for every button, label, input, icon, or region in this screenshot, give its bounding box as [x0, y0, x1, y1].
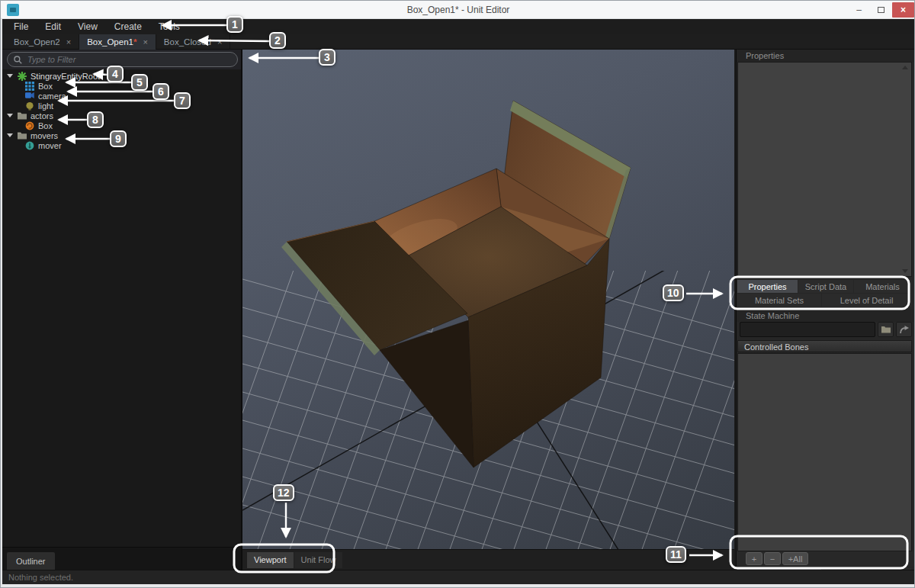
tab-close-icon[interactable]: ×	[217, 37, 222, 47]
expander-icon[interactable]	[7, 114, 13, 117]
menu-edit[interactable]: Edit	[37, 19, 69, 34]
outliner-tab-strip: Outliner	[2, 547, 241, 570]
dirty-indicator: *	[133, 37, 136, 47]
tree-item-label: Box	[38, 121, 53, 130]
tab-script-data[interactable]: Script Data	[798, 280, 853, 293]
doc-tab-label: Box_Closed	[164, 37, 211, 47]
search-icon	[14, 56, 22, 64]
tree-item-label: light	[38, 101, 53, 111]
property-category-tabs-row1: Properties Script Data Materials	[737, 280, 911, 293]
tree-item-label: movers	[30, 131, 58, 140]
tree-item-label: Box	[38, 82, 53, 91]
cardboard-box-model	[281, 101, 631, 468]
add-bone-button[interactable]: +	[746, 552, 762, 565]
tree-stingray-entity-root[interactable]: StingrayEntityRoot	[7, 71, 100, 81]
doc-tab-box-closed[interactable]: Box_Closed ×	[156, 34, 230, 50]
tree-item-label: camera	[38, 92, 66, 101]
menu-file[interactable]: File	[5, 19, 37, 34]
status-bar: Nothing selected.	[2, 570, 914, 584]
apply-button[interactable]	[896, 322, 912, 337]
maximize-icon	[878, 7, 884, 13]
close-button[interactable]: ×	[892, 2, 914, 18]
mover-icon	[25, 141, 34, 150]
actor-icon	[25, 121, 34, 130]
scene-3d	[242, 50, 734, 549]
viewport-tab-bar: Viewport Unit Flow	[242, 549, 734, 570]
menu-create[interactable]: Create	[106, 19, 150, 34]
viewport-panel: Viewport Unit Flow	[242, 50, 734, 570]
doc-tab-box-open1[interactable]: Box_Open1* ×	[79, 34, 156, 50]
tab-material-sets[interactable]: Material Sets	[737, 294, 821, 307]
outliner-panel: StingrayEntityRoot Box	[2, 50, 242, 570]
expander-icon[interactable]	[7, 133, 13, 137]
filter-pill	[7, 52, 238, 67]
controlled-bones-header: Controlled Bones	[737, 340, 912, 352]
property-category-tabs-row2: Material Sets Level of Detail	[737, 294, 911, 307]
doc-tab-label: Box_Open2	[14, 37, 60, 47]
scroll-up-icon[interactable]	[902, 66, 908, 69]
tab-unit-flow[interactable]: Unit Flow	[294, 552, 343, 568]
unit-editor-window: Box_Open1* - Unit Editor – × File Edit V…	[0, 0, 915, 588]
tree-item-label: actors	[30, 111, 53, 120]
bone-button-bar: + − +All	[737, 551, 914, 567]
doc-tab-label: Box_Open1*	[87, 37, 136, 47]
remove-bone-button[interactable]: −	[764, 552, 781, 565]
tab-viewport[interactable]: Viewport	[247, 552, 294, 568]
folder-icon	[881, 326, 891, 333]
filter-input[interactable]	[26, 54, 231, 65]
scroll-down-icon[interactable]	[902, 269, 908, 273]
state-machine-header: State Machine	[737, 310, 914, 322]
status-text: Nothing selected.	[8, 573, 73, 582]
tree-actor-box[interactable]: Box	[25, 120, 53, 130]
filter-row	[2, 50, 241, 69]
minimize-button[interactable]: –	[848, 2, 870, 18]
tree-item-label: mover	[38, 141, 62, 150]
app-body: File Edit View Create Tools Box_Open2 × …	[2, 19, 914, 584]
document-tab-bar: Box_Open2 × Box_Open1* × Box_Closed ×	[2, 34, 914, 50]
outliner-tab[interactable]: Outliner	[7, 552, 55, 570]
menu-bar: File Edit View Create Tools	[2, 19, 914, 34]
browse-button[interactable]	[878, 322, 894, 337]
mesh-icon	[25, 82, 34, 91]
tab-close-icon[interactable]: ×	[66, 37, 71, 47]
light-icon	[25, 101, 34, 111]
menu-tools[interactable]: Tools	[150, 19, 188, 34]
folder-icon	[18, 131, 27, 140]
entity-root-icon	[18, 72, 27, 81]
controlled-bones-list	[737, 353, 912, 551]
tab-level-of-detail[interactable]: Level of Detail	[822, 294, 911, 307]
properties-panel: Properties Properties Script Data Materi…	[736, 50, 914, 570]
expander-icon[interactable]	[7, 74, 13, 78]
tree-actors-folder[interactable]: actors	[7, 111, 53, 120]
curved-arrow-icon	[899, 326, 909, 334]
tree-camera[interactable]: camera	[25, 91, 66, 101]
add-all-bones-button[interactable]: +All	[782, 552, 808, 565]
tab-properties[interactable]: Properties	[737, 280, 798, 293]
viewport-canvas[interactable]	[242, 50, 734, 549]
properties-header: Properties	[737, 50, 914, 62]
doc-tab-box-open2[interactable]: Box_Open2 ×	[6, 34, 79, 50]
camera-icon	[25, 92, 34, 101]
properties-content	[737, 62, 912, 277]
tab-materials[interactable]: Materials	[854, 280, 911, 293]
maximize-button[interactable]	[870, 2, 892, 18]
state-machine-field	[740, 322, 875, 337]
tree-light[interactable]: light	[25, 101, 53, 111]
tree-item-label: StingrayEntityRoot	[30, 72, 100, 81]
tree-box[interactable]: Box	[25, 81, 53, 91]
tree-movers-folder[interactable]: movers	[7, 130, 58, 140]
folder-icon	[18, 111, 27, 120]
titlebar: Box_Open1* - Unit Editor – ×	[1, 1, 915, 19]
tab-close-icon[interactable]: ×	[143, 37, 147, 47]
state-machine-input[interactable]	[740, 323, 875, 336]
window-title: Box_Open1* - Unit Editor	[1, 1, 915, 19]
tree-mover[interactable]: mover	[25, 140, 62, 150]
menu-view[interactable]: View	[69, 19, 106, 34]
